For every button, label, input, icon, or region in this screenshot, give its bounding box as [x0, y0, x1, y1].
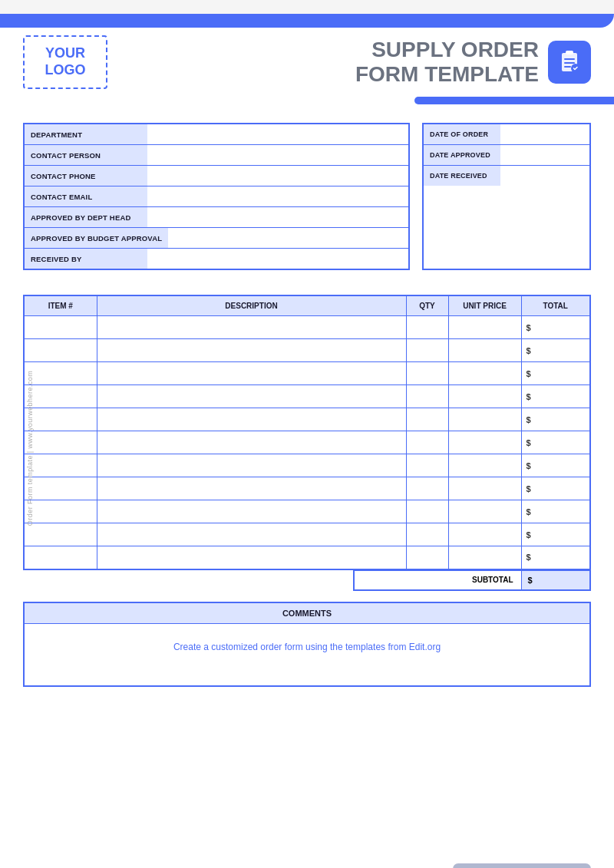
- cell-desc-6[interactable]: [97, 454, 406, 477]
- cell-unit-9[interactable]: [448, 523, 521, 546]
- cell-unit-2[interactable]: [448, 362, 521, 385]
- cell-unit-10[interactable]: [448, 546, 521, 569]
- cell-qty-7[interactable]: [406, 477, 448, 500]
- cell-qty-5[interactable]: [406, 431, 448, 454]
- table-row[interactable]: $: [24, 339, 590, 362]
- cell-desc-8[interactable]: [97, 500, 406, 523]
- cell-item-1[interactable]: [24, 339, 97, 362]
- field-row-received-by: RECEIVED BY: [25, 249, 408, 269]
- cell-total-0[interactable]: $: [521, 316, 590, 339]
- cell-qty-3[interactable]: [406, 385, 448, 408]
- clipboard-icon: [548, 41, 591, 84]
- cell-unit-6[interactable]: [448, 454, 521, 477]
- department-value[interactable]: [147, 124, 408, 144]
- cell-desc-2[interactable]: [97, 362, 406, 385]
- cell-qty-0[interactable]: [406, 316, 448, 339]
- table-row[interactable]: $: [24, 408, 590, 431]
- comments-header: COMMENTS: [25, 603, 589, 624]
- cell-item-10[interactable]: [24, 546, 97, 569]
- header-accent: [414, 97, 614, 104]
- cell-item-7[interactable]: [24, 477, 97, 500]
- cell-total-4[interactable]: $: [521, 408, 590, 431]
- approved-dept-label: APPROVED BY DEPT HEAD: [25, 207, 147, 227]
- cell-total-9[interactable]: $: [521, 523, 590, 546]
- title-line1: SUPPLY ORDER: [371, 38, 539, 61]
- table-row[interactable]: $: [24, 316, 590, 339]
- contact-person-label: CONTACT PERSON: [25, 145, 147, 165]
- cell-desc-10[interactable]: [97, 546, 406, 569]
- cell-unit-5[interactable]: [448, 431, 521, 454]
- cell-item-8[interactable]: [24, 500, 97, 523]
- cell-total-5[interactable]: $: [521, 431, 590, 454]
- table-row[interactable]: $: [24, 477, 590, 500]
- field-row-date-approved: DATE APPROVED: [424, 145, 589, 166]
- cell-total-3[interactable]: $: [521, 385, 590, 408]
- cell-desc-5[interactable]: [97, 431, 406, 454]
- cell-qty-6[interactable]: [406, 454, 448, 477]
- table-row[interactable]: $: [24, 431, 590, 454]
- cell-desc-0[interactable]: [97, 316, 406, 339]
- contact-email-value[interactable]: [147, 186, 408, 206]
- table-row[interactable]: $: [24, 523, 590, 546]
- table-row[interactable]: $: [24, 385, 590, 408]
- cell-desc-7[interactable]: [97, 477, 406, 500]
- cell-unit-1[interactable]: [448, 339, 521, 362]
- cell-total-8[interactable]: $: [521, 500, 590, 523]
- cell-qty-9[interactable]: [406, 523, 448, 546]
- date-received-label: DATE RECEIVED: [424, 166, 500, 186]
- cell-total-2[interactable]: $: [521, 362, 590, 385]
- bottom-bar-accent: [453, 863, 591, 868]
- table-row[interactable]: $: [24, 454, 590, 477]
- cell-item-3[interactable]: [24, 385, 97, 408]
- date-received-value[interactable]: [500, 166, 589, 186]
- items-section: ITEM # DESCRIPTION QTY Unit PRICE TOTAL …: [0, 281, 614, 570]
- cell-qty-4[interactable]: [406, 408, 448, 431]
- received-by-label: RECEIVED BY: [25, 249, 147, 269]
- approved-dept-value[interactable]: [147, 207, 408, 227]
- date-approved-value[interactable]: [500, 145, 589, 165]
- cell-total-1[interactable]: $: [521, 339, 590, 362]
- cell-item-4[interactable]: [24, 408, 97, 431]
- subtotal-label: SUBTOTAL: [354, 570, 521, 590]
- cell-unit-0[interactable]: [448, 316, 521, 339]
- logo-text: YOUR LOGO: [45, 45, 86, 78]
- cell-unit-8[interactable]: [448, 500, 521, 523]
- logo-line1: YOUR: [45, 45, 85, 61]
- cell-qty-2[interactable]: [406, 362, 448, 385]
- cell-item-9[interactable]: [24, 523, 97, 546]
- cell-item-0[interactable]: [24, 316, 97, 339]
- cell-unit-4[interactable]: [448, 408, 521, 431]
- cell-item-2[interactable]: [24, 362, 97, 385]
- approved-budget-value[interactable]: [168, 228, 408, 248]
- received-by-value[interactable]: [147, 249, 408, 269]
- cell-qty-1[interactable]: [406, 339, 448, 362]
- comments-body[interactable]: Create a customized order form using the…: [25, 624, 589, 685]
- table-header-row: ITEM # DESCRIPTION QTY Unit PRICE TOTAL: [24, 295, 590, 316]
- col-header-qty: QTY: [406, 295, 448, 316]
- table-row[interactable]: $: [24, 546, 590, 569]
- field-row-date-received: DATE RECEIVED: [424, 166, 589, 186]
- cell-desc-3[interactable]: [97, 385, 406, 408]
- cell-total-10[interactable]: $: [521, 546, 590, 569]
- cell-desc-9[interactable]: [97, 523, 406, 546]
- field-row-contact-phone: CONTACT PHONE: [25, 166, 408, 186]
- col-header-description: DESCRIPTION: [97, 295, 406, 316]
- cell-total-7[interactable]: $: [521, 477, 590, 500]
- cell-desc-1[interactable]: [97, 339, 406, 362]
- date-order-value[interactable]: [500, 124, 589, 144]
- cell-item-5[interactable]: [24, 431, 97, 454]
- cell-qty-8[interactable]: [406, 500, 448, 523]
- cell-unit-7[interactable]: [448, 477, 521, 500]
- page: YOUR LOGO SUPPLY ORDER FORM TEMPLATE: [0, 14, 614, 868]
- info-section: DEPARTMENT CONTACT PERSON CONTACT PHONE …: [0, 109, 614, 270]
- contact-person-value[interactable]: [147, 145, 408, 165]
- cell-item-6[interactable]: [24, 454, 97, 477]
- cell-total-6[interactable]: $: [521, 454, 590, 477]
- cell-unit-3[interactable]: [448, 385, 521, 408]
- table-row[interactable]: $: [24, 362, 590, 385]
- table-row[interactable]: $: [24, 500, 590, 523]
- cell-qty-10[interactable]: [406, 546, 448, 569]
- col-header-unit-price: Unit PRICE: [448, 295, 521, 316]
- cell-desc-4[interactable]: [97, 408, 406, 431]
- contact-phone-value[interactable]: [147, 166, 408, 186]
